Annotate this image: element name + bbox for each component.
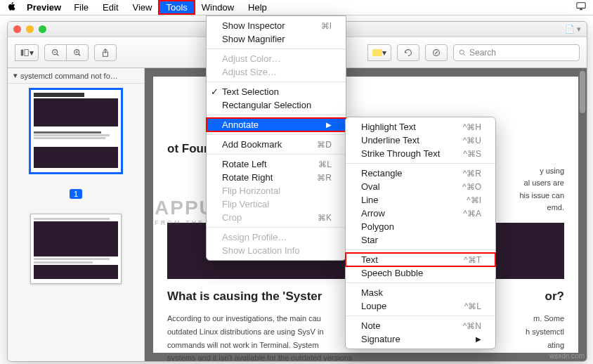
page-number-badge: 1 [70,189,82,199]
document-name: systemctl command not fo… [20,72,118,80]
menu-item-oval[interactable]: Oval^⌘O [346,180,495,193]
search-placeholder: Search [469,48,496,58]
menu-item-signature[interactable]: Signature▶ [346,332,495,346]
menu-tools[interactable]: Tools [159,1,194,14]
menu-help[interactable]: Help [241,1,274,14]
menu-item-speech-bubble[interactable]: Speech Bubble [346,266,495,280]
menu-item-add-bookmark[interactable]: Add Bookmark⌘D [207,138,346,151]
highlight-button[interactable]: ▾ [367,44,391,61]
document-icon: 📄 ▾ [565,25,581,34]
menu-item-annotate[interactable]: Annotate▶ [207,118,346,131]
scrollbar[interactable] [580,71,585,113]
zoom-out-button[interactable] [44,44,67,61]
menu-item-text[interactable]: Text^⌘T [346,253,495,266]
menu-item-adjust-color-: Adjust Color… [207,52,346,65]
menu-item-underline-text[interactable]: Underline Text^⌘U [346,134,495,147]
menu-item-rectangle[interactable]: Rectangle^⌘R [346,167,495,180]
menu-item-assign-profile-: Assign Profile… [207,230,346,244]
thumbnail-sidebar: ▾ systemctl command not fo… [8,68,145,361]
menu-view[interactable]: View [126,1,159,14]
menu-item-line[interactable]: Line^⌘I [346,193,495,207]
apple-icon[interactable] [7,1,17,13]
page-thumbnail-1[interactable] [30,89,122,173]
svg-rect-2 [25,49,28,56]
menu-item-polygon[interactable]: Polygon [346,220,495,233]
menu-item-flip-horizontal: Flip Horizontal [207,184,346,197]
zoom-button[interactable] [39,25,46,33]
menu-item-crop: Crop⌘K [207,211,346,224]
menu-item-highlight-text[interactable]: Highlight Text^⌘H [346,120,495,134]
minimize-button[interactable] [26,25,34,33]
menu-edit[interactable]: Edit [96,1,125,14]
svg-line-4 [57,53,59,56]
share-button[interactable] [94,44,117,61]
menu-item-mask[interactable]: Mask [346,286,495,299]
menu-item-arrow[interactable]: Arrow^⌘A [346,207,495,220]
svg-point-12 [460,50,464,54]
airplay-icon[interactable] [576,1,586,13]
search-input[interactable]: Search [453,44,580,61]
disclosure-triangle-icon[interactable]: ▾ [13,71,18,80]
app-name[interactable]: Preview [27,2,61,13]
menu-item-show-location-info: Show Location Info [207,244,346,257]
annotate-submenu: Highlight Text^⌘HUnderline Text^⌘UStrike… [345,117,496,349]
menu-item-adjust-size-: Adjust Size… [207,65,346,79]
tools-menu: Show Inspector⌘IShow MagnifierAdjust Col… [206,15,346,261]
close-button[interactable] [13,25,21,33]
zoom-in-button[interactable] [66,44,89,61]
menu-file[interactable]: File [67,1,96,14]
menu-item-loupe[interactable]: Loupe^⌘L [346,299,495,313]
svg-rect-0 [577,3,585,8]
menu-item-show-magnifier[interactable]: Show Magnifier [207,32,346,46]
source-label: wsxdn.com [549,352,585,360]
svg-rect-1 [21,49,24,56]
svg-line-13 [464,53,465,55]
menu-item-show-inspector[interactable]: Show Inspector⌘I [207,19,346,32]
menu-item-flip-vertical: Flip Vertical [207,197,346,211]
menu-item-star[interactable]: Star [346,233,495,247]
svg-line-7 [79,53,81,56]
markup-button[interactable] [425,44,448,61]
menu-item-note[interactable]: Note^⌘N [346,319,495,332]
menu-item-strike-through-text[interactable]: Strike Through Text^⌘S [346,147,495,160]
menu-item-rotate-right[interactable]: Rotate Right⌘R [207,171,346,184]
menu-window[interactable]: Window [195,1,241,14]
page-thumbnail-2[interactable] [30,214,122,284]
system-menubar: Preview File Edit View Tools Window Help [0,0,593,15]
menu-item-rotate-left[interactable]: Rotate Left⌘L [207,157,346,171]
view-mode-button[interactable]: ▾ [15,44,39,61]
rotate-button[interactable] [397,44,419,61]
menu-item-rectangular-selection[interactable]: Rectangular Selection [207,98,346,112]
menu-item-text-selection[interactable]: ✓Text Selection [207,85,346,98]
sidebar-header[interactable]: ▾ systemctl command not fo… [8,68,144,84]
